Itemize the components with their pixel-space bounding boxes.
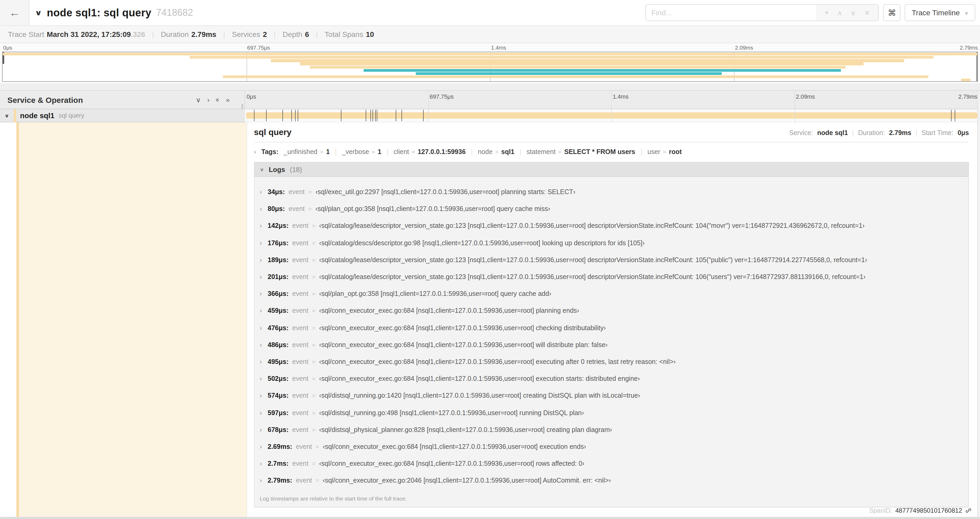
column-resize-grip[interactable]: ∥ [241,103,243,109]
equals-sign: = [309,206,312,212]
chevron-right-icon: › [260,477,264,484]
collapse-one-icon[interactable]: ∨ [196,96,201,104]
log-entry[interactable]: ›486μs:event=‹sql/conn_executor_exec.go:… [260,336,964,353]
log-entry[interactable]: ›476μs:event=‹sql/conn_executor_exec.go:… [260,319,964,336]
log-entry[interactable]: ›2.79ms:event=‹sql/conn_executor_exec.go… [260,472,964,489]
timeline-gridline [794,91,795,109]
tag-item[interactable]: client=127.0.0.1:59936 [394,148,466,156]
log-entry[interactable]: ›459μs:event=‹sql/conn_executor_exec.go:… [260,302,964,319]
tag-item[interactable]: user=root [648,148,682,156]
chevron-right-icon: › [260,392,264,399]
log-event-key: event [292,307,308,315]
service-value: node sql1 [817,129,848,137]
tag-item[interactable]: _unfinished=1 [284,148,330,156]
chevron-right-icon: › [260,206,264,213]
divider: | [387,148,388,156]
log-timestamp: 486μs: [268,341,288,349]
log-timestamp: 34μs: [268,188,285,196]
match-target-icon[interactable]: ⌖ [825,8,829,17]
log-timestamp: 495μs: [268,358,288,366]
minimap-tick-labels: 0μs697.75μs1.4ms2.09ms2.79ms [2,44,978,51]
tag-value: 127.0.0.1:59936 [418,148,466,156]
log-entry[interactable]: ›34μs:event=‹sql/exec_util.go:2297 [nsql… [260,184,964,200]
trace-meta-value: 10 [366,30,374,38]
log-event-key: event [292,460,308,467]
back-button[interactable]: ← [0,0,30,25]
keyboard-shortcuts-button[interactable]: ⌘ [883,4,901,21]
tag-key: client [394,148,409,156]
span-log-tick [341,110,341,121]
divider: | [223,30,225,38]
log-entry[interactable]: ›502μs:event=‹sql/conn_executor_exec.go:… [260,370,964,387]
tag-item[interactable]: _verbose=1 [342,148,382,156]
equals-sign: = [312,308,315,314]
chevron-down-icon: ∨ [964,10,969,15]
expand-one-icon[interactable]: › [207,96,210,104]
log-entry[interactable]: ›678μs:event=‹sql/distsql_physical_plann… [260,421,964,438]
log-entry[interactable]: ›189μs:event=‹sql/catalog/lease/descript… [260,252,964,268]
equals-sign: = [312,342,315,348]
log-entry[interactable]: ›574μs:event=‹sql/distsql_running.go:142… [260,387,964,404]
logs-header[interactable]: ∨ Logs (18) [255,163,969,177]
log-event-key: event [292,409,308,417]
trace-meta-value: 6 [305,30,309,38]
collapse-all-icon[interactable]: » [214,98,221,102]
log-entry[interactable]: ›597μs:event=‹sql/distsql_running.go:498… [260,404,964,421]
log-event-value: ‹sql/catalog/lease/descriptor_version_st… [319,273,865,281]
collapse-trace-chevron-icon[interactable]: ∨ [35,8,42,17]
timeline-gridline [428,91,429,109]
view-dropdown-button[interactable]: Trace Timeline ∨ [905,4,975,21]
chevron-right-icon: › [260,375,264,382]
log-entry[interactable]: ›176μs:event=‹sql/catalog/descs/descript… [260,235,964,251]
divider: | [316,30,318,38]
tag-item[interactable]: statement=SELECT * FROM users [527,148,635,156]
log-entry[interactable]: ›2.69ms:event=‹sql/conn_executor_exec.go… [260,438,964,455]
deep-link-icon[interactable] [965,508,972,514]
service-label: Service: [789,129,813,137]
equals-sign: = [312,410,315,416]
span-row-bar-cell[interactable] [245,109,977,122]
prev-match-icon[interactable]: ∧ [837,9,842,17]
expand-all-icon[interactable]: » [226,96,230,104]
chevron-right-icon: › [260,443,264,450]
vertical-scrollbar[interactable] [977,91,980,517]
clear-find-icon[interactable]: ✕ [864,9,870,17]
log-entry[interactable]: ›366μs:event=‹sql/plan_opt.go:358 [nsql1… [260,285,964,302]
tags-row[interactable]: › Tags: _unfinished=1|_verbose=1|client=… [254,148,969,156]
minimap-tick-label: 2.79ms [960,44,978,51]
trace-title-group: ∨ node sql1: sql query 7418682 [35,0,193,25]
logs-section: ∨ Logs (18) ›34μs:event=‹sql/exec_util.g… [254,162,969,508]
log-entry[interactable]: ›2.7ms:event=‹sql/conn_executor_exec.go:… [260,455,964,472]
tag-item[interactable]: node=sql1 [478,148,514,156]
log-event-key: event [288,206,304,213]
log-event-value: ‹sql/catalog/lease/descriptor_version_st… [319,256,867,264]
trace-meta-label: Duration [161,30,189,38]
section-divider [0,83,980,91]
equals-sign: = [312,393,315,399]
log-entry[interactable]: ›142μs:event=‹sql/catalog/lease/descript… [260,217,964,235]
span-collapse-chevron-icon[interactable]: ∨ [0,113,14,118]
log-entry[interactable]: ›201μs:event=‹sql/catalog/lease/descript… [260,268,964,285]
log-entry[interactable]: ›495μs:event=‹sql/conn_executor_exec.go:… [260,353,964,370]
equals-sign: = [495,149,499,155]
span-duration-bar[interactable] [246,112,977,119]
logs-count: (18) [290,165,302,173]
divider: | [916,129,918,137]
minimap-right-scrubber[interactable] [976,52,977,81]
log-event-value: ‹sql/conn_executor_exec.go:2046 [nsql1,c… [323,477,611,484]
log-entry[interactable]: ›80μs:event=‹sql/plan_opt.go:358 [nsql1,… [260,200,964,217]
span-log-tick [375,110,376,121]
equals-sign: = [558,149,562,155]
logs-label: Logs [269,165,285,173]
tag-list: _unfinished=1|_verbose=1|client=127.0.0.… [284,148,682,156]
log-timestamp: 502μs: [268,375,288,382]
span-log-tick [370,110,371,121]
log-event-key: event [292,239,308,247]
timeline-minimap[interactable]: 0μs697.75μs1.4ms2.09ms2.79ms [0,43,980,83]
minimap-canvas[interactable] [2,52,978,82]
next-match-icon[interactable]: ∨ [851,9,856,17]
divider: | [471,148,473,156]
log-event-value: ‹sql/plan_opt.go:358 [nsql1,client=127.0… [319,290,551,297]
span-row-name-cell[interactable]: ∨ node sql1 sql query [0,109,245,122]
find-input[interactable] [646,5,816,21]
